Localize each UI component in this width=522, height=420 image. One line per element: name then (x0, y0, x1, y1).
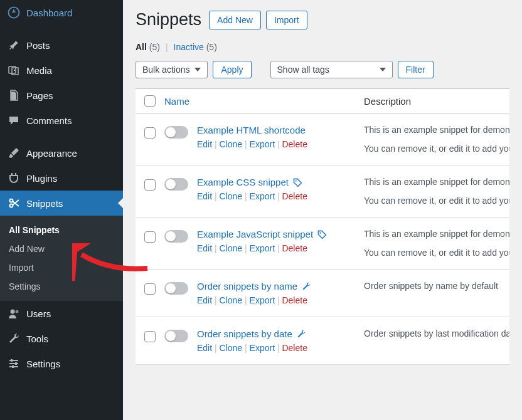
filter-sep: | (166, 42, 168, 52)
menu-settings[interactable]: Settings (0, 351, 123, 376)
menu-label: Comments (26, 115, 72, 126)
row-checkbox[interactable] (144, 231, 156, 243)
menu-dashboard[interactable]: Dashboard (0, 0, 123, 25)
action-export[interactable]: Export (250, 295, 275, 305)
col-name-sort[interactable]: Name (164, 96, 189, 107)
snippet-toggle[interactable] (164, 230, 188, 243)
action-delete[interactable]: Delete (282, 295, 307, 305)
svg-point-6 (16, 310, 19, 313)
action-export[interactable]: Export (250, 343, 275, 353)
svg-rect-8 (15, 362, 17, 365)
wrench-icon (301, 281, 311, 291)
menu-comments[interactable]: Comments (0, 108, 123, 133)
action-edit[interactable]: Edit (197, 139, 212, 149)
menu-appearance[interactable]: Appearance (0, 140, 123, 165)
menu-plugins[interactable]: Plugins (0, 165, 123, 191)
admin-sidebar: Dashboard Posts Media Pages Comments App… (0, 0, 123, 420)
snippet-title-link[interactable]: Order snippets by name (197, 281, 297, 291)
action-delete[interactable]: Delete (282, 243, 307, 253)
menu-posts[interactable]: Posts (0, 33, 123, 58)
filter-all[interactable]: All (136, 42, 147, 52)
wrench-icon (8, 332, 20, 345)
table-row: Order snippets by name Edit | Clone | Ex… (136, 270, 509, 317)
action-clone[interactable]: Clone (220, 295, 243, 305)
row-desc: Order snippets by last modification date (364, 328, 509, 339)
apply-button[interactable]: Apply (213, 61, 251, 78)
snippet-toggle[interactable] (164, 330, 188, 342)
snippet-toggle[interactable] (164, 282, 188, 295)
media-icon (8, 64, 20, 76)
snippet-title-link[interactable]: Example JavaScript snippet (197, 229, 313, 239)
scissors-icon (8, 197, 20, 209)
menu-label: Users (26, 308, 51, 319)
action-edit[interactable]: Edit (197, 243, 212, 253)
action-edit[interactable]: Edit (197, 191, 212, 201)
table-row: Example CSS snippet Edit | Clone | Expor… (136, 165, 509, 218)
table-row: Example JavaScript snippet Edit | Clone … (136, 218, 509, 270)
tags-select[interactable]: Show all tags (270, 61, 393, 78)
row-checkbox[interactable] (144, 331, 156, 342)
action-clone[interactable]: Clone (220, 343, 243, 353)
bulk-actions-select[interactable]: Bulk actions (136, 61, 208, 78)
svg-rect-7 (11, 359, 13, 362)
page-title: Snippets (136, 10, 201, 29)
submenu-snippets: All Snippets Add New Import Settings (0, 216, 123, 301)
snippet-toggle[interactable] (164, 126, 188, 139)
import-button[interactable]: Import (266, 11, 307, 29)
action-delete[interactable]: Delete (282, 139, 307, 149)
brush-icon (8, 147, 20, 159)
menu-pages[interactable]: Pages (0, 83, 123, 108)
filter-links: All (5) | Inactive (5) (136, 42, 509, 52)
table-row: Order snippets by date Edit | Clone | Ex… (136, 317, 509, 365)
snippet-title-link[interactable]: Example CSS snippet (197, 177, 289, 187)
snippet-title-link[interactable]: Example HTML shortcode (197, 125, 306, 135)
snippet-toggle[interactable] (164, 178, 188, 191)
menu-label: Tools (26, 333, 48, 344)
submenu-import[interactable]: Import (0, 258, 123, 277)
action-export[interactable]: Export (250, 191, 275, 201)
wrench-icon (296, 329, 306, 339)
menu-label: Settings (26, 359, 60, 369)
tag-icon (292, 177, 302, 187)
select-all-checkbox[interactable] (144, 95, 156, 107)
action-delete[interactable]: Delete (282, 343, 307, 353)
menu-users[interactable]: Users (0, 301, 123, 326)
menu-tools[interactable]: Tools (0, 326, 123, 351)
submenu-all-snippets[interactable]: All Snippets (0, 221, 123, 239)
action-export[interactable]: Export (250, 243, 275, 253)
plugin-icon (8, 172, 20, 184)
menu-label: Plugins (26, 173, 57, 184)
submenu-add-new[interactable]: Add New (0, 239, 123, 258)
add-new-button[interactable]: Add New (209, 11, 261, 29)
page-icon (8, 89, 20, 102)
menu-snippets[interactable]: Snippets (0, 191, 123, 216)
menu-label: Dashboard (26, 8, 72, 18)
action-edit[interactable]: Edit (197, 343, 212, 353)
filter-inactive[interactable]: Inactive (174, 42, 204, 52)
users-icon (8, 307, 20, 320)
action-clone[interactable]: Clone (220, 139, 243, 149)
row-checkbox[interactable] (144, 179, 156, 191)
menu-label: Media (26, 65, 52, 76)
submenu-settings[interactable]: Settings (0, 277, 123, 296)
comment-icon (8, 114, 20, 127)
snippets-table: Name Description Example HTML shortcode … (136, 88, 509, 365)
action-clone[interactable]: Clone (220, 191, 243, 201)
pin-icon (8, 39, 20, 51)
row-desc-2: You can remove it, or edit it to add you… (364, 144, 509, 154)
menu-media[interactable]: Media (0, 58, 123, 83)
action-delete[interactable]: Delete (282, 191, 307, 201)
menu-label: Posts (26, 40, 50, 51)
filter-button[interactable]: Filter (398, 61, 434, 78)
table-body: Example HTML shortcode Edit | Clone | Ex… (136, 113, 509, 365)
svg-point-10 (295, 180, 296, 181)
row-desc-2: You can remove it, or edit it to add you… (364, 248, 509, 258)
svg-point-2 (14, 70, 16, 71)
row-checkbox[interactable] (144, 127, 156, 139)
row-desc-1: This is an example snippet for demonstra… (364, 177, 509, 187)
action-export[interactable]: Export (250, 139, 275, 149)
row-checkbox[interactable] (144, 283, 156, 295)
action-clone[interactable]: Clone (220, 243, 243, 253)
snippet-title-link[interactable]: Order snippets by date (197, 328, 292, 339)
action-edit[interactable]: Edit (197, 295, 212, 305)
